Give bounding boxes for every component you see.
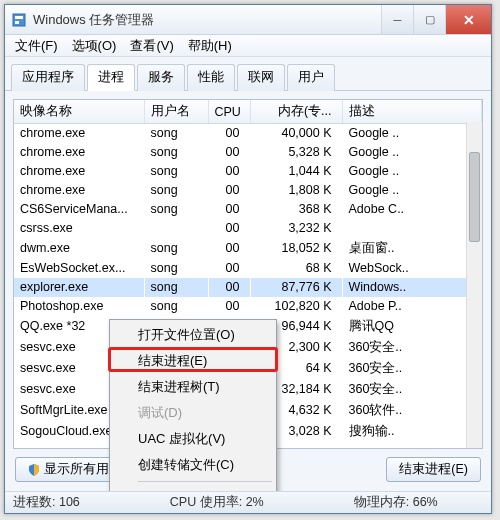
table-row[interactable]: chrome.exesong001,044 KGoogle .. bbox=[14, 162, 482, 181]
scrollbar-thumb[interactable] bbox=[469, 152, 480, 242]
scrollbar-vertical[interactable] bbox=[466, 122, 482, 448]
cell-user: song bbox=[144, 143, 208, 162]
tab-networking[interactable]: 联网 bbox=[237, 64, 285, 91]
cell-desc: 桌面窗.. bbox=[342, 238, 482, 259]
cell-user: song bbox=[144, 162, 208, 181]
cell-user: song bbox=[144, 181, 208, 200]
cell-mem: 102,820 K bbox=[250, 297, 342, 316]
task-manager-window: Windows 任务管理器 ─ ▢ ✕ 文件(F) 选项(O) 查看(V) 帮助… bbox=[4, 4, 492, 514]
ctx-item[interactable]: 创建转储文件(C) bbox=[112, 452, 274, 478]
menubar: 文件(F) 选项(O) 查看(V) 帮助(H) bbox=[5, 35, 491, 57]
cell-user: song bbox=[144, 124, 208, 143]
ctx-item: 调试(D) bbox=[112, 400, 274, 426]
cell-image: EsWebSocket.ex... bbox=[14, 259, 144, 278]
table-row[interactable]: dwm.exesong0018,052 K桌面窗.. bbox=[14, 238, 482, 259]
cell-desc: Google .. bbox=[342, 143, 482, 162]
cell-image: chrome.exe bbox=[14, 143, 144, 162]
cell-desc: Adobe C.. bbox=[342, 200, 482, 219]
ctx-item[interactable]: 设置优先级(P) bbox=[112, 485, 274, 491]
table-row[interactable]: explorer.exesong0087,776 KWindows.. bbox=[14, 278, 482, 297]
tab-processes[interactable]: 进程 bbox=[87, 64, 135, 91]
maximize-button[interactable]: ▢ bbox=[413, 5, 445, 34]
ctx-item[interactable]: 结束进程树(T) bbox=[112, 374, 274, 400]
cell-user bbox=[144, 219, 208, 238]
ctx-item[interactable]: 打开文件位置(O) bbox=[112, 322, 274, 348]
cell-cpu: 00 bbox=[208, 278, 250, 297]
table-row[interactable]: chrome.exesong005,328 KGoogle .. bbox=[14, 143, 482, 162]
cell-mem: 1,044 K bbox=[250, 162, 342, 181]
cell-user: song bbox=[144, 200, 208, 219]
table-row[interactable]: CS6ServiceMana...song00368 KAdobe C.. bbox=[14, 200, 482, 219]
status-processes: 进程数: 106 bbox=[13, 494, 80, 511]
cell-mem: 1,808 K bbox=[250, 181, 342, 200]
col-image-name[interactable]: 映像名称 bbox=[14, 100, 144, 124]
table-row[interactable]: csrss.exe003,232 K bbox=[14, 219, 482, 238]
cell-image: chrome.exe bbox=[14, 124, 144, 143]
table-row[interactable]: Photoshop.exesong00102,820 KAdobe P.. bbox=[14, 297, 482, 316]
cell-image: Photoshop.exe bbox=[14, 297, 144, 316]
cell-image: dwm.exe bbox=[14, 238, 144, 259]
cell-desc: 搜狗输.. bbox=[342, 421, 482, 442]
menu-view[interactable]: 查看(V) bbox=[124, 35, 179, 57]
tab-users[interactable]: 用户 bbox=[287, 64, 335, 91]
window-title: Windows 任务管理器 bbox=[33, 11, 381, 29]
content-area: 映像名称 用户名 CPU 内存(专... 描述 chrome.exesong00… bbox=[5, 91, 491, 491]
status-cpu: CPU 使用率: 2% bbox=[170, 494, 264, 511]
cell-cpu: 00 bbox=[208, 200, 250, 219]
cell-desc: Google .. bbox=[342, 181, 482, 200]
cell-cpu: 00 bbox=[208, 238, 250, 259]
cell-desc: 腾讯QQ bbox=[342, 316, 482, 337]
cell-desc: Google .. bbox=[342, 124, 482, 143]
cell-image: explorer.exe bbox=[14, 278, 144, 297]
col-description[interactable]: 描述 bbox=[342, 100, 482, 124]
ctx-item[interactable]: UAC 虚拟化(V) bbox=[112, 426, 274, 452]
cell-user: song bbox=[144, 297, 208, 316]
titlebar[interactable]: Windows 任务管理器 ─ ▢ ✕ bbox=[5, 5, 491, 35]
svg-rect-0 bbox=[13, 14, 25, 26]
cell-desc: 360软件.. bbox=[342, 400, 482, 421]
cell-user: song bbox=[144, 238, 208, 259]
cell-mem: 87,776 K bbox=[250, 278, 342, 297]
cell-mem: 3,232 K bbox=[250, 219, 342, 238]
cell-desc: Adobe P.. bbox=[342, 297, 482, 316]
context-menu: 打开文件位置(O)结束进程(E)结束进程树(T)调试(D)UAC 虚拟化(V)创… bbox=[109, 319, 277, 491]
ctx-item[interactable]: 结束进程(E) bbox=[112, 348, 274, 374]
svg-rect-2 bbox=[15, 21, 19, 24]
tab-performance[interactable]: 性能 bbox=[187, 64, 235, 91]
cell-cpu: 00 bbox=[208, 181, 250, 200]
menu-options[interactable]: 选项(O) bbox=[66, 35, 123, 57]
cell-cpu: 00 bbox=[208, 219, 250, 238]
menu-help[interactable]: 帮助(H) bbox=[182, 35, 238, 57]
window-controls: ─ ▢ ✕ bbox=[381, 5, 491, 34]
table-row[interactable]: chrome.exesong0040,000 KGoogle .. bbox=[14, 124, 482, 143]
cell-user: song bbox=[144, 278, 208, 297]
col-user[interactable]: 用户名 bbox=[144, 100, 208, 124]
col-memory[interactable]: 内存(专... bbox=[250, 100, 342, 124]
ctx-separator bbox=[138, 481, 272, 482]
tab-applications[interactable]: 应用程序 bbox=[11, 64, 85, 91]
col-cpu[interactable]: CPU bbox=[208, 100, 250, 124]
cell-cpu: 00 bbox=[208, 297, 250, 316]
shield-icon bbox=[28, 464, 40, 476]
app-icon bbox=[11, 12, 27, 28]
cell-image: csrss.exe bbox=[14, 219, 144, 238]
menu-file[interactable]: 文件(F) bbox=[9, 35, 64, 57]
tab-services[interactable]: 服务 bbox=[137, 64, 185, 91]
cell-desc: 360安全.. bbox=[342, 379, 482, 400]
cell-mem: 18,052 K bbox=[250, 238, 342, 259]
cell-cpu: 00 bbox=[208, 259, 250, 278]
cell-cpu: 00 bbox=[208, 124, 250, 143]
close-button[interactable]: ✕ bbox=[445, 5, 491, 34]
cell-image: CS6ServiceMana... bbox=[14, 200, 144, 219]
cell-cpu: 00 bbox=[208, 143, 250, 162]
end-process-button[interactable]: 结束进程(E) bbox=[386, 457, 481, 482]
minimize-button[interactable]: ─ bbox=[381, 5, 413, 34]
cell-mem: 368 K bbox=[250, 200, 342, 219]
cell-desc bbox=[342, 219, 482, 238]
cell-image: chrome.exe bbox=[14, 162, 144, 181]
tab-strip: 应用程序 进程 服务 性能 联网 用户 bbox=[5, 57, 491, 91]
table-header-row: 映像名称 用户名 CPU 内存(专... 描述 bbox=[14, 100, 482, 124]
table-row[interactable]: chrome.exesong001,808 KGoogle .. bbox=[14, 181, 482, 200]
statusbar: 进程数: 106 CPU 使用率: 2% 物理内存: 66% bbox=[5, 491, 491, 513]
table-row[interactable]: EsWebSocket.ex...song0068 KWebSock.. bbox=[14, 259, 482, 278]
